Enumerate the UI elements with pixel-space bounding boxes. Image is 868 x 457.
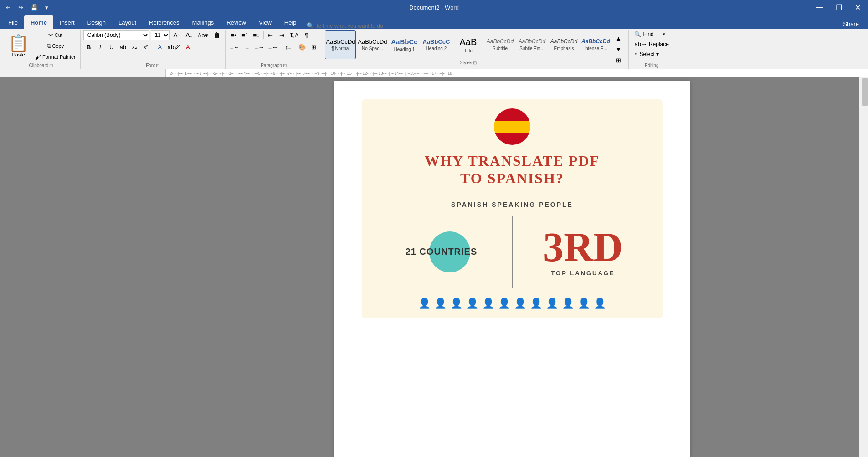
style-subtleem-preview: AaBbCcDd	[519, 38, 545, 45]
bold-button[interactable]: B	[83, 42, 94, 52]
borders-button[interactable]: ⊞	[308, 42, 319, 52]
find-button[interactable]: 🔍 Find ▾	[632, 30, 668, 38]
close-button[interactable]: ✕	[851, 1, 864, 14]
style-subtitle-preview: AaBbCcDd	[487, 38, 514, 45]
tab-mailings[interactable]: Mailings	[186, 15, 221, 29]
line-spacing-button[interactable]: ↕≡	[282, 42, 293, 52]
tab-review[interactable]: Review	[220, 15, 252, 29]
font-family-select[interactable]: Calibri (Body)	[83, 30, 149, 40]
separator	[281, 43, 281, 51]
text-effects-button[interactable]: A	[154, 42, 165, 52]
cut-label: Cut	[55, 32, 62, 38]
decrease-font-button[interactable]: A↓	[184, 30, 195, 40]
style-heading2[interactable]: AaBbCcC Heading 2	[421, 30, 452, 59]
increase-indent-button[interactable]: ⇥	[277, 30, 288, 40]
numbering-button[interactable]: ≡1	[240, 30, 251, 40]
cut-button[interactable]: ✂ Cut	[33, 30, 77, 40]
font-expand-icon[interactable]: ⊡	[156, 63, 159, 68]
style-title[interactable]: AaB Title	[452, 30, 483, 59]
style-emphasis[interactable]: AaBbCcDd Emphasis	[548, 30, 579, 59]
countries-text: 21 COUNTRIES	[406, 246, 478, 257]
shading-button[interactable]: 🎨	[297, 42, 308, 52]
person-icon-9: 👤	[546, 298, 558, 309]
window-title: Document2 - Word	[409, 4, 459, 11]
tab-view[interactable]: View	[252, 15, 278, 29]
paragraph-group-label: Paragraph	[261, 63, 282, 68]
subscript-button[interactable]: x₂	[129, 42, 140, 52]
tab-home[interactable]: Home	[24, 15, 53, 29]
scrollbar-thumb[interactable]	[862, 78, 868, 106]
sort-button[interactable]: ⇅A	[288, 30, 301, 40]
align-right-button[interactable]: ≡→	[253, 42, 266, 52]
person-icon-1: 👤	[418, 298, 431, 309]
customize-qat-button[interactable]: ▾	[43, 3, 51, 12]
tab-references[interactable]: References	[143, 15, 185, 29]
clipboard-expand-icon[interactable]: ⊡	[49, 63, 53, 68]
tab-file[interactable]: File	[2, 15, 24, 29]
decrease-indent-button[interactable]: ⇤	[265, 30, 276, 40]
style-subtitle[interactable]: AaBbCcDd Subtitle	[484, 30, 515, 59]
style-normal-label: ¶ Normal	[331, 46, 349, 51]
superscript-button[interactable]: x²	[140, 42, 151, 52]
vertical-scrollbar[interactable]	[861, 77, 868, 448]
change-case-button[interactable]: Aa▾	[196, 30, 210, 40]
font-color-button[interactable]: A	[182, 42, 193, 52]
tab-layout[interactable]: Layout	[112, 15, 143, 29]
minimize-button[interactable]: —	[812, 1, 827, 13]
redo-button[interactable]: ↪	[16, 3, 26, 12]
underline-button[interactable]: U	[106, 42, 117, 52]
select-icon: ⌖	[634, 51, 637, 58]
main-area: WHY TRANSLATE PDF TO SPANISH? SPANISH SP…	[0, 77, 868, 457]
infographic-stats: 21 COUNTRIES 3RD TOP LANGUAGE	[371, 216, 653, 288]
clear-formatting-button[interactable]: 🗑	[211, 30, 222, 40]
save-button[interactable]: 💾	[28, 3, 40, 12]
tab-help[interactable]: Help	[278, 15, 303, 29]
style-title-label: Title	[464, 48, 473, 53]
align-left-button[interactable]: ≡←	[228, 42, 241, 52]
person-icon-7: 👤	[514, 298, 526, 309]
styles-expand-icon[interactable]: ⊡	[473, 60, 477, 65]
style-nospacing[interactable]: AaBbCcDd No Spac...	[357, 30, 388, 59]
styles-scroll-down[interactable]: ▼	[613, 45, 624, 55]
tell-me-input[interactable]	[316, 23, 407, 29]
select-label: Select ▾	[639, 51, 659, 57]
styles-more[interactable]: ⊞	[613, 56, 624, 66]
style-title-preview: AaB	[460, 36, 477, 47]
select-button[interactable]: ⌖ Select ▾	[632, 50, 668, 59]
style-subtleem[interactable]: AaBbCcDd Subtle Em...	[516, 30, 547, 59]
italic-button[interactable]: I	[95, 42, 106, 52]
share-button[interactable]: Share	[837, 19, 864, 29]
font-size-select[interactable]: 11	[151, 30, 170, 40]
style-intense[interactable]: AaBbCcDd Intense E...	[580, 30, 611, 59]
show-formatting-button[interactable]: ¶	[301, 30, 312, 40]
justify-button[interactable]: ≡↔	[267, 42, 280, 52]
styles-scroll-up[interactable]: ▲	[613, 34, 624, 44]
strikethrough-button[interactable]: ab	[118, 42, 128, 52]
increase-font-button[interactable]: A↑	[171, 30, 182, 40]
separator	[295, 43, 295, 51]
copy-icon: ⧉	[47, 42, 51, 50]
align-center-button[interactable]: ≡	[241, 42, 252, 52]
replace-button[interactable]: ab→ Replace	[632, 40, 672, 48]
editing-group-label: Editing	[645, 63, 659, 68]
paste-button[interactable]: 📋 Paste	[5, 33, 32, 59]
paragraph-expand-icon[interactable]: ⊡	[283, 63, 287, 68]
multilevel-list-button[interactable]: ≡↕	[251, 30, 262, 40]
copy-button[interactable]: ⧉ Copy	[33, 41, 77, 51]
restore-button[interactable]: ❐	[832, 1, 846, 14]
person-icon-5: 👤	[482, 298, 494, 309]
document[interactable]: WHY TRANSLATE PDF TO SPANISH? SPANISH SP…	[334, 81, 690, 457]
flag-red-top	[494, 108, 530, 121]
style-emphasis-label: Emphasis	[554, 46, 574, 51]
style-heading1[interactable]: AaBbCc Heading 1	[389, 30, 420, 59]
style-normal[interactable]: AaBbCcDd ¶ Normal	[325, 30, 356, 59]
person-icon-10: 👤	[562, 298, 574, 309]
spain-flag	[494, 108, 530, 145]
undo-button[interactable]: ↩	[4, 3, 13, 12]
bullets-button[interactable]: ≡•	[228, 30, 239, 40]
format-painter-button[interactable]: 🖌 Format Painter	[33, 52, 77, 62]
person-icon-2: 👤	[434, 298, 447, 309]
text-highlight-button[interactable]: ab🖊	[166, 42, 182, 52]
tab-insert[interactable]: Insert	[53, 15, 81, 29]
tab-design[interactable]: Design	[81, 15, 112, 29]
